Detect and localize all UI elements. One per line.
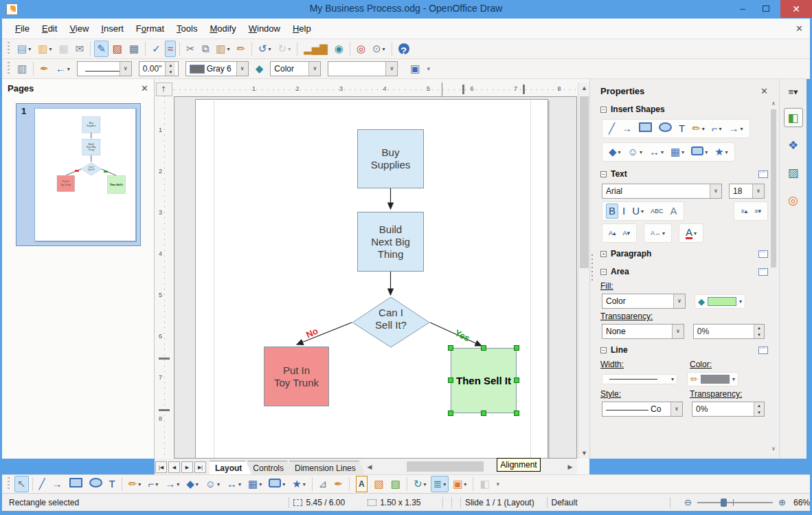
selection-handle[interactable] (514, 345, 519, 351)
dialog-launcher-icon[interactable] (758, 250, 768, 258)
minimize-button[interactable]: – (732, 0, 753, 18)
insert-lines-arrows-icon[interactable]: →▾ (726, 121, 746, 136)
previous-page-icon[interactable]: ◀ (168, 461, 180, 473)
decrease-font-icon[interactable]: A▾ (620, 226, 633, 241)
star-shapes-icon[interactable]: ★▾ (712, 144, 730, 160)
styles-window-icon[interactable]: ▥ (14, 61, 30, 77)
italic-icon[interactable]: I (620, 204, 628, 219)
chevron-down-icon[interactable]: ∨ (308, 62, 320, 76)
spinner-arrows[interactable]: ▲▼ (754, 325, 764, 338)
connector-icon[interactable]: ⌐▾ (145, 476, 161, 492)
spinner-arrows[interactable]: ▲▼ (754, 402, 764, 416)
first-page-icon[interactable]: |◀ (155, 461, 167, 473)
flow-node-then-sell-it-selected[interactable]: Then Sell It (451, 348, 517, 413)
underline-dropdown-icon[interactable]: ▾ (641, 208, 644, 215)
export-pdf-icon[interactable]: ▨ (110, 41, 125, 57)
menu-view[interactable]: View (63, 21, 95, 36)
basic-shapes-dropdown-icon[interactable]: ▾ (618, 149, 621, 155)
chevron-down-icon[interactable]: ▾ (671, 376, 674, 382)
selection-handle[interactable] (448, 345, 453, 351)
properties-scrollbar[interactable]: ∧ ∨ (769, 100, 778, 453)
redo-dropdown-icon[interactable]: ▾ (288, 46, 291, 52)
insert-lines-arrows-dropdown-icon[interactable]: ▾ (741, 126, 743, 132)
navigator-icon[interactable]: ◎ (354, 41, 368, 57)
flow-node-can-i-sell-it[interactable]: Can I Sell It? (352, 297, 430, 348)
cut-icon[interactable]: ✂ (183, 41, 198, 57)
basic-shapes-icon[interactable]: ◆▾ (183, 476, 201, 492)
fontwork-icon[interactable]: A (353, 476, 370, 492)
collapse-icon[interactable]: − (600, 347, 607, 353)
line-arrow-end-icon[interactable]: → (49, 476, 65, 492)
glue-points-icon[interactable]: ✒ (331, 476, 346, 492)
scrollbar-thumb[interactable] (771, 109, 776, 267)
character-spacing-dropdown-icon[interactable]: ▾ (662, 230, 665, 237)
zoom-slider[interactable] (697, 498, 773, 507)
scroll-down-icon[interactable]: ∨ (769, 445, 778, 453)
chevron-down-icon[interactable]: ∨ (673, 294, 685, 308)
expand-icon[interactable]: + (600, 251, 607, 257)
line-style-select[interactable]: Co ∨ (602, 402, 683, 417)
spinner-arrows[interactable]: ▲▼ (165, 62, 175, 76)
scroll-left-icon[interactable]: ◀ (364, 463, 375, 470)
vertical-ruler[interactable]: 12345678 (156, 96, 172, 459)
chevron-down-icon[interactable]: ∨ (120, 62, 131, 76)
menu-edit[interactable]: Edit (36, 21, 63, 36)
flowchart-icon[interactable]: ▦▾ (245, 476, 264, 492)
page-thumbnail[interactable]: 1 Buy (16, 103, 141, 246)
toolbar-grip[interactable] (7, 477, 12, 491)
copy-icon[interactable]: ⧉ (199, 41, 212, 57)
next-page-icon[interactable]: ▶ (181, 461, 193, 473)
menu-modify[interactable]: Modify (203, 21, 242, 36)
flowchart-dropdown-icon[interactable]: ▾ (259, 481, 262, 487)
alignment-icon[interactable]: ≣▾ (431, 476, 449, 492)
edit-file-icon[interactable]: ✎ (94, 41, 109, 57)
insert-line-icon[interactable]: ╱ (606, 121, 618, 136)
line-color-button[interactable]: ✏ ▾ (687, 372, 738, 386)
paste-icon[interactable]: ▥▾ (213, 41, 232, 57)
insert-curve-icon[interactable]: ✏▾ (689, 121, 708, 136)
zoom-out-icon[interactable]: ⊖ (684, 497, 692, 507)
line-section-header[interactable]: − Line (600, 343, 768, 357)
basic-shapes-dropdown-icon[interactable]: ▾ (196, 481, 199, 487)
text-section-header[interactable]: − Text (600, 167, 768, 181)
basic-shapes-icon[interactable]: ◆▾ (606, 144, 624, 160)
dialog-launcher-icon[interactable] (758, 347, 768, 354)
close-icon[interactable]: ✕ (760, 86, 768, 96)
tab-controls[interactable]: Controls (247, 461, 293, 474)
shadow-icon[interactable]: ▣ (407, 61, 422, 77)
lines-arrows-icon[interactable]: →▾ (162, 476, 182, 492)
strikethrough-icon[interactable]: ABC (648, 204, 666, 219)
help-icon[interactable]: ? (396, 41, 412, 57)
selection-handle[interactable] (448, 410, 453, 416)
curve-icon[interactable]: ✏▾ (126, 476, 144, 492)
scrollbar-thumb[interactable] (407, 461, 484, 472)
character-spacing-icon[interactable]: A↔▾ (648, 226, 668, 241)
zoom-slider-thumb[interactable] (721, 498, 727, 507)
undo-icon[interactable]: ↺▾ (256, 41, 274, 57)
undo-dropdown-icon[interactable]: ▾ (269, 46, 271, 52)
flow-node-buy-supplies[interactable]: Buy Supplies (357, 129, 424, 188)
paragraph-section-header[interactable]: + Paragraph (600, 247, 768, 261)
hyperlink-icon[interactable]: ◉ (332, 41, 346, 57)
menu-file[interactable]: File (9, 21, 36, 36)
navigator-tab-icon[interactable]: ◎ (784, 190, 803, 210)
maximize-button[interactable] (756, 0, 776, 18)
insert-text-icon[interactable]: T (676, 121, 688, 136)
arrowheads-dropdown-icon[interactable]: ▾ (67, 66, 70, 72)
document-close-icon[interactable]: ✕ (796, 23, 803, 34)
dialog-launcher-icon[interactable] (758, 268, 768, 276)
chevron-down-icon[interactable]: ∨ (385, 62, 397, 76)
new-document-dropdown-icon[interactable]: ▾ (28, 46, 31, 52)
edit-points-icon[interactable]: ⊿ (316, 476, 330, 492)
shadow-text-icon[interactable]: A (668, 204, 680, 219)
line-width-spinner[interactable]: 0.00" ▲▼ (139, 61, 179, 76)
chevron-down-icon[interactable]: ∨ (236, 62, 248, 76)
stars-icon[interactable]: ★▾ (289, 476, 308, 492)
print-icon[interactable]: ▩ (126, 41, 142, 57)
callout-shapes-icon[interactable]: ▾ (688, 144, 710, 160)
vertical-scrollbar[interactable]: ▲ ▼ (578, 83, 589, 459)
arrange-icon[interactable]: ▣▾ (450, 476, 469, 492)
stars-dropdown-icon[interactable]: ▾ (303, 481, 306, 487)
zoom-percentage[interactable]: 66% (786, 498, 810, 507)
toolbar-grip[interactable] (7, 62, 12, 76)
